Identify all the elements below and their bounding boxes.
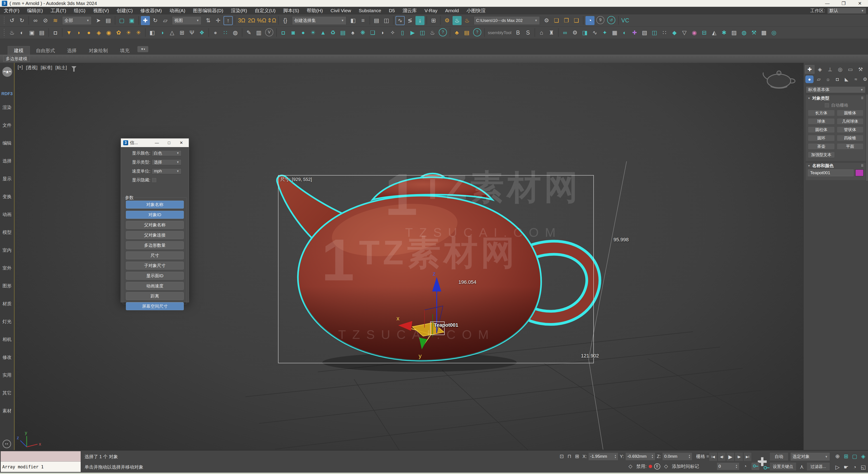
menu-item[interactable]: 文件(F) — [0, 7, 23, 14]
panel-split-icon[interactable]: ◫ — [418, 28, 427, 37]
doc2-icon[interactable]: ▧ — [640, 28, 649, 37]
sidebar-item[interactable]: 素材 — [0, 402, 14, 420]
list-edit-icon[interactable]: ▥ — [254, 28, 264, 37]
crossing-region-icon[interactable]: ▣ — [127, 16, 136, 25]
named-selection-icon[interactable]: {} — [281, 16, 290, 25]
select-by-name-icon[interactable]: ▤ — [104, 16, 113, 25]
box4-icon[interactable]: ▩ — [760, 28, 769, 37]
menu-item[interactable]: Arnold — [441, 8, 463, 13]
y-coordinate-field[interactable]: -0.692mm▲▼ — [625, 452, 655, 461]
param-toggle-button[interactable]: 距离 — [126, 292, 184, 300]
bulb2-icon[interactable]: ✧ — [388, 28, 397, 37]
photos-icon[interactable]: ❏ — [368, 28, 377, 37]
systems-icon[interactable]: ⚙ — [861, 75, 868, 83]
ribbon-tab[interactable]: 对象绘制 — [83, 46, 114, 55]
weight-snap-icon[interactable]: ⇅ — [204, 16, 213, 25]
half2-icon[interactable]: ◐ — [620, 28, 629, 37]
reference-coordinate-dropdown[interactable]: 视图▼ — [172, 16, 202, 25]
render-floater-icon[interactable]: ↓ — [415, 16, 425, 25]
split2-icon[interactable]: ◫ — [650, 28, 659, 37]
object-type-button[interactable]: 圆锥体 — [837, 110, 864, 116]
undo-timer-icon[interactable]: ↺ — [607, 16, 615, 24]
target-spot-icon[interactable]: ▼ — [64, 28, 73, 37]
project-path-dropdown[interactable]: C:\Users\10⋯ds Max 202▼ — [474, 16, 540, 25]
set-keys-button[interactable] — [751, 462, 760, 470]
rdf-bear-icon[interactable]: ᴖᴥᴖ — [2, 67, 12, 77]
pot-icon[interactable]: ♨ — [428, 28, 437, 37]
named-selection-dropdown[interactable]: 创建选择集▼ — [292, 16, 346, 25]
redo-icon[interactable]: ↻ — [18, 16, 26, 25]
select-link-icon[interactable]: ∞ — [31, 16, 40, 25]
menu-item[interactable]: 工具(T) — [47, 7, 70, 14]
shapes-icon[interactable]: ▱ — [815, 75, 823, 83]
x-coordinate-field[interactable]: -1.95mm▲▼ — [588, 452, 618, 461]
new-key-curves-icon[interactable]: ⋏ — [798, 462, 806, 471]
cube-icon[interactable]: ◧ — [148, 28, 157, 37]
aster-icon[interactable]: ✱ — [720, 28, 729, 37]
link2-icon[interactable]: ∞ — [561, 28, 569, 37]
tree-icon[interactable]: ▲ — [318, 28, 328, 37]
motion-tab[interactable]: ◎ — [835, 65, 845, 74]
object-color-swatch[interactable] — [855, 169, 864, 176]
object-type-button[interactable]: 圆柱体 — [808, 127, 835, 133]
menu-item[interactable]: 小图快渲 — [463, 7, 489, 14]
sidebar-item[interactable]: 显示 — [0, 170, 14, 188]
menu-item[interactable]: Substance — [355, 8, 385, 13]
sidebar-item[interactable]: 变换 — [0, 188, 14, 206]
cone2-icon[interactable]: ◭ — [710, 28, 719, 37]
menu-item[interactable]: 帮助(H) — [303, 7, 327, 14]
ribbon-tab[interactable]: 建模 — [8, 46, 30, 55]
help2-icon[interactable]: ? — [473, 28, 481, 36]
dialog-maximize-button[interactable]: □ — [164, 140, 174, 145]
rdf-bottom-icon[interactable]: •• — [2, 440, 11, 448]
move-icon[interactable]: ✚ — [141, 16, 150, 25]
pan-icon[interactable]: ☛ — [842, 462, 850, 473]
palette-icon[interactable]: ◍ — [231, 28, 240, 37]
tri2-icon[interactable]: ▽ — [680, 28, 689, 37]
menu-item[interactable]: 编辑(E) — [23, 7, 47, 14]
zoom-region-icon[interactable]: ⊞ — [842, 451, 850, 462]
skylight-icon[interactable]: ✳ — [134, 28, 143, 37]
unlink-icon[interactable]: ⊘ — [41, 16, 50, 25]
disc-icon[interactable]: ◍ — [740, 28, 749, 37]
viewport-label-part[interactable]: [透视] — [26, 65, 37, 71]
maxscript-mini-listener[interactable]: Array modifier 1 — [0, 451, 81, 472]
chair-icon[interactable]: ♜ — [547, 28, 556, 37]
object-type-button[interactable]: 管状体 — [837, 127, 864, 133]
mirror-icon[interactable]: ◧ — [348, 16, 358, 25]
spinner-icon[interactable]: ▲▼ — [651, 454, 653, 459]
doc-pencil-icon[interactable]: ✎ — [244, 28, 253, 37]
project-settings-icon[interactable]: ⚙ — [542, 16, 551, 25]
spinner-icon[interactable]: ▲▼ — [736, 464, 738, 469]
sidebar-item[interactable]: 文件 — [0, 116, 14, 134]
asset-track-icon[interactable]: ❑ — [572, 16, 581, 25]
v-badge-icon[interactable]: V — [265, 28, 273, 36]
zoom-icon[interactable]: ⊕ — [833, 451, 842, 462]
menu-item[interactable]: Civil View — [327, 8, 355, 13]
wire-sphere-icon[interactable]: ◈ — [94, 28, 103, 37]
rendered-frame-icon[interactable]: ♨ — [453, 16, 462, 25]
close-button[interactable]: ✕ — [852, 1, 868, 6]
wrench2-icon[interactable]: ⚒ — [749, 28, 758, 37]
sidebar-item[interactable]: 模型 — [0, 223, 14, 241]
fire-helper-icon[interactable]: ❖ — [197, 28, 206, 37]
diamond2-icon[interactable]: ◆ — [670, 28, 679, 37]
param-toggle-button[interactable]: 显示面ID — [126, 272, 184, 280]
viewport-label-part[interactable]: [标准] — [41, 65, 52, 71]
snap-percent-icon[interactable]: %Ω — [257, 16, 266, 25]
s-tool-icon[interactable]: S — [524, 28, 532, 37]
quick-render-icon[interactable]: ♨ — [463, 16, 471, 25]
viewport-label-part[interactable]: [粘土] — [55, 65, 67, 71]
menu-item[interactable]: 视图(V) — [89, 7, 113, 14]
object-type-button[interactable]: 几何球体 — [837, 118, 864, 125]
toolbar-grip[interactable] — [3, 16, 5, 25]
rollout-header[interactable]: ▼ 名称和颜色 ⠿ — [806, 163, 866, 169]
utilities-tab[interactable]: ⚒ — [856, 65, 865, 74]
listener-macro-row[interactable] — [1, 451, 81, 462]
param-toggle-button[interactable]: 对象名称 — [126, 201, 184, 209]
flame-icon[interactable]: ❋ — [358, 28, 367, 37]
use-center-icon[interactable]: ↑ — [223, 16, 232, 25]
sidebar-item[interactable]: 其它 — [0, 384, 14, 402]
dots-icon[interactable]: ∷ — [660, 28, 669, 37]
dialog-close-button[interactable]: ✕ — [176, 140, 186, 145]
